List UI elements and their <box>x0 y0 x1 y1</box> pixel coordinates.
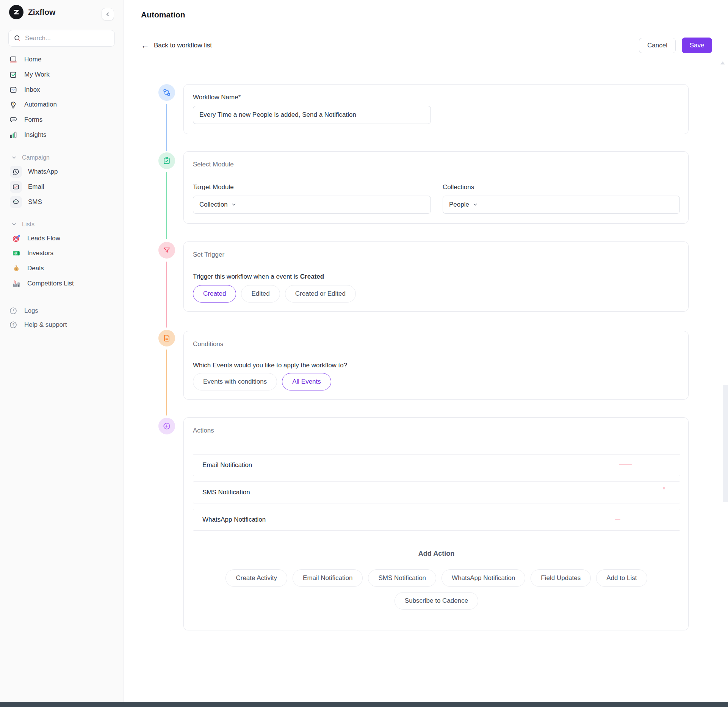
trigger-description-bold: Created <box>300 273 324 280</box>
add-action-options-row1: Create Activity Email Notification SMS N… <box>184 569 689 587</box>
search-box[interactable] <box>8 30 115 47</box>
page-title: Automation <box>141 10 185 19</box>
lightbulb-icon <box>8 100 18 109</box>
sidebar-item-label: Insights <box>24 131 47 139</box>
sidebar-item-sms[interactable]: SMS <box>10 194 117 210</box>
sidebar-item-leads-flow[interactable]: Leads Flow <box>11 231 119 246</box>
add-action-options-row2: Subscribe to Cadence <box>184 592 689 610</box>
bottom-bar <box>0 702 728 707</box>
section-label: Lists <box>22 221 34 228</box>
select-module-card: Select Module Target Module Collection C… <box>183 151 689 224</box>
bar-chart-icon <box>8 130 18 140</box>
add-option-field-updates[interactable]: Field Updates <box>531 569 591 587</box>
chevron-left-icon <box>105 11 111 17</box>
filter-icon <box>163 246 171 254</box>
document-icon <box>163 334 171 342</box>
sidebar-item-label: Competitors List <box>27 280 74 287</box>
task-check-icon <box>8 70 18 79</box>
sidebar-item-label: Deals <box>27 265 44 272</box>
whatsapp-icon <box>10 166 22 178</box>
add-option-add-to-list[interactable]: Add to List <box>596 569 647 587</box>
sidebar-item-help-support[interactable]: ? Help & support <box>8 317 116 332</box>
add-option-create-activity[interactable]: Create Activity <box>225 569 287 587</box>
target-module-dropdown[interactable]: Collection <box>193 196 431 214</box>
chevron-down-icon <box>473 202 478 207</box>
collections-label: Collections <box>443 183 474 191</box>
conditions-option-events-with-conditions[interactable]: Events with conditions <box>193 373 277 390</box>
sidebar-item-automation[interactable]: Automation <box>8 97 116 112</box>
add-option-subscribe-to-cadence[interactable]: Subscribe to Cadence <box>395 592 478 610</box>
factory-icon <box>11 279 21 288</box>
add-option-sms-notification[interactable]: SMS Notification <box>368 569 436 587</box>
sidebar-collapse-button[interactable] <box>102 8 114 20</box>
collections-dropdown[interactable]: People <box>443 196 680 214</box>
back-to-workflow-list[interactable]: ← Back to workflow list <box>141 38 212 53</box>
banknote-icon: $ <box>11 249 21 257</box>
logo[interactable]: Zixflow <box>9 5 55 19</box>
trigger-option-edited[interactable]: Edited <box>241 285 280 303</box>
card-title: Actions <box>193 427 214 434</box>
sidebar-item-insights[interactable]: Insights <box>8 127 116 143</box>
sidebar-item-inbox[interactable]: Inbox <box>8 82 116 97</box>
add-option-whatsapp-notification[interactable]: WhatsApp Notification <box>441 569 525 587</box>
action-row-sms-notification[interactable]: SMS Notification <box>193 481 680 503</box>
sidebar-item-label: Automation <box>24 101 57 108</box>
sidebar-item-my-work[interactable]: My Work <box>8 67 116 82</box>
sidebar-item-whatsapp[interactable]: WhatsApp <box>10 164 117 179</box>
chevron-down-icon <box>231 202 236 207</box>
set-trigger-step-icon <box>158 242 175 259</box>
actions-step-icon <box>158 418 175 434</box>
sidebar-section-campaign[interactable]: Campaign <box>11 150 114 165</box>
trigger-description-text: Trigger this workflow when a event is <box>193 273 300 280</box>
dropdown-value: People <box>449 201 469 208</box>
form-bubble-icon <box>8 115 18 124</box>
sidebar-item-logs[interactable]: Logs <box>8 303 116 318</box>
action-row-email-notification[interactable]: Email Notification <box>193 454 680 476</box>
trigger-description: Trigger this workflow when a event is Cr… <box>193 273 324 281</box>
search-input[interactable] <box>25 34 105 42</box>
workflow-name-step-icon <box>158 84 175 101</box>
sidebar-item-label: Help & support <box>24 321 67 329</box>
svg-text:$: $ <box>15 252 17 254</box>
target-module-label: Target Module <box>193 183 234 191</box>
conditions-question: Which Events would you like to apply the… <box>193 362 347 369</box>
sidebar-item-competitors-list[interactable]: Competitors List <box>11 276 119 291</box>
sidebar-item-label: Home <box>24 56 41 63</box>
cancel-button[interactable]: Cancel <box>639 38 676 53</box>
workflow-name-label: Workflow Name* <box>193 94 241 101</box>
scroll-up-arrow[interactable] <box>720 61 725 64</box>
back-label: Back to workflow list <box>154 42 212 49</box>
sidebar-item-label: My Work <box>24 71 50 78</box>
actions-card: Actions Email Notification SMS Notificat… <box>183 417 689 630</box>
sidebar-item-label: Email <box>28 183 44 191</box>
conditions-option-all-events[interactable]: All Events <box>282 373 331 390</box>
money-bag-icon: $ <box>11 264 21 273</box>
save-button[interactable]: Save <box>682 38 712 53</box>
workflow-branch-icon <box>163 88 171 97</box>
trigger-option-created[interactable]: Created <box>193 285 236 303</box>
conditions-step-icon <box>158 330 175 346</box>
workflow-name-input[interactable] <box>193 106 431 124</box>
sidebar-item-email[interactable]: Email <box>10 179 117 194</box>
trigger-option-created-or-edited[interactable]: Created or Edited <box>285 285 356 303</box>
plus-circle-icon <box>163 422 171 430</box>
sidebar-item-forms[interactable]: Forms <box>8 112 116 127</box>
card-title: Set Trigger <box>193 251 224 259</box>
chevron-down-icon <box>11 222 17 227</box>
action-row-whatsapp-notification[interactable]: WhatsApp Notification <box>193 509 680 531</box>
email-icon <box>10 181 22 193</box>
clipboard-check-icon <box>163 157 171 165</box>
add-option-email-notification[interactable]: Email Notification <box>293 569 363 587</box>
sidebar-item-label: Inbox <box>24 86 40 94</box>
sidebar: Zixflow Home My Work Inbox Automati <box>0 0 124 702</box>
sidebar-item-label: SMS <box>28 198 42 206</box>
sidebar-section-lists[interactable]: Lists <box>11 217 114 232</box>
question-circle-icon: ? <box>8 321 18 329</box>
connector-line <box>166 104 167 151</box>
scrollbar-thumb[interactable] <box>723 385 728 502</box>
sidebar-item-investors[interactable]: $ Investors <box>11 246 119 261</box>
sidebar-item-deals[interactable]: $ Deals <box>11 261 119 276</box>
gauge-icon <box>8 307 18 315</box>
sidebar-item-home[interactable]: Home <box>8 52 116 67</box>
sidebar-item-label: Forms <box>24 116 42 124</box>
